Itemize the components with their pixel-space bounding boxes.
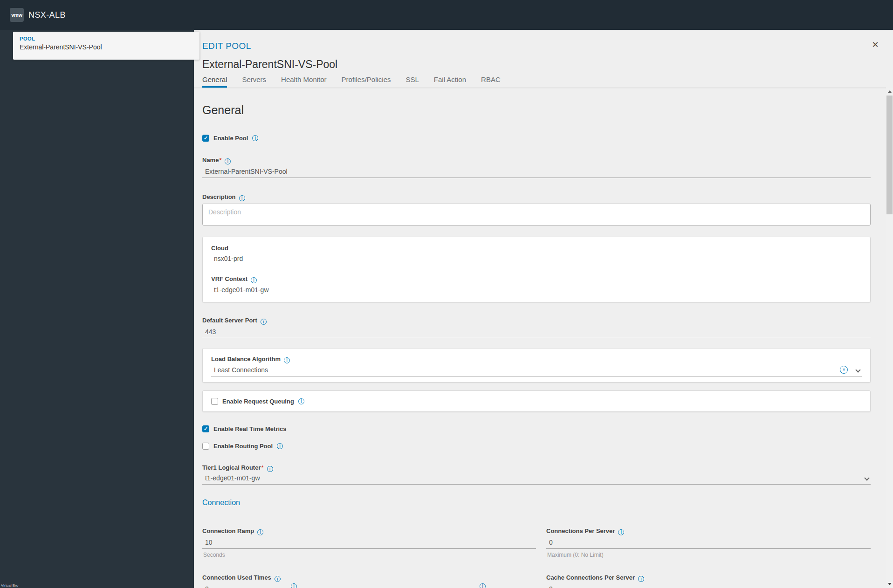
connection-ramp-label: Connection Ramp (202, 527, 254, 534)
breadcrumb-pool-name: External-ParentSNI-VS-Pool (20, 43, 193, 51)
info-icon[interactable] (252, 135, 258, 141)
close-icon[interactable] (870, 39, 881, 50)
info-icon[interactable] (298, 398, 304, 404)
cloud-value: nsx01-prd (211, 255, 862, 262)
tab-ssl[interactable]: SSL (405, 75, 419, 88)
cache-connections-per-server-input[interactable] (546, 584, 871, 588)
info-icon[interactable] (225, 158, 231, 164)
scrollbar-thumb[interactable] (886, 96, 893, 214)
chevron-down-icon[interactable] (864, 475, 869, 480)
cloud-card: Cloud nsx01-prd VRF Context t1-edge01-m0… (202, 237, 871, 302)
edit-pool-dialog: EDIT POOL External-ParentSNI-VS-Pool Gen… (194, 30, 893, 588)
name-label: Name (202, 157, 219, 164)
info-icon[interactable] (239, 195, 245, 201)
tab-health-monitor[interactable]: Health Monitor (281, 75, 327, 88)
enable-pool-row: ✓ Enable Pool (202, 135, 871, 142)
tab-label: Profiles/Policies (342, 75, 391, 83)
load-balance-algorithm-value: Least Connections (211, 366, 840, 374)
tab-general[interactable]: General (202, 75, 227, 88)
load-balance-algorithm-select[interactable]: Least Connections (211, 366, 862, 376)
enable-routing-pool-row: ✓ Enable Routing Pool (202, 443, 871, 450)
breadcrumb-type-label: POOL (20, 36, 193, 41)
description-field-group: Description (202, 192, 871, 226)
top-navbar: vmw NSX-ALB (0, 0, 893, 30)
breadcrumb[interactable]: POOL External-ParentSNI-VS-Pool (13, 32, 199, 60)
tab-label: SSL (405, 75, 419, 83)
connection-ramp-input[interactable] (202, 537, 536, 549)
name-input[interactable] (202, 166, 871, 178)
tab-label: Servers (242, 75, 266, 83)
tab-label: General (202, 75, 227, 83)
checkmark-icon: ✓ (204, 136, 208, 141)
section-heading-connection: Connection (202, 499, 871, 507)
default-server-port-label: Default Server Port (202, 317, 257, 324)
vrf-context-label: VRF Context (211, 275, 247, 282)
connections-per-server-group: Connections Per Server Maximum (0: No Li… (546, 526, 871, 558)
info-icon[interactable] (277, 443, 283, 449)
cache-connections-per-server-group: Cache Connections Per Server Maximum (0:… (546, 573, 871, 588)
info-icon[interactable] (267, 466, 273, 472)
form-scroll-area: General ✓ Enable Pool Name Description C… (194, 88, 886, 588)
tier1-logical-router-select[interactable]: t1-edge01-m01-gw (202, 474, 871, 485)
tab-bar: General Servers Health Monitor Profiles/… (194, 75, 893, 88)
connection-used-times-group: Connection Used Times Maximum (0: Unlimi… (202, 573, 536, 588)
info-icon[interactable] (480, 583, 486, 588)
enable-real-time-metrics-checkbox[interactable]: ✓ (202, 425, 209, 432)
name-field-group: Name (202, 156, 871, 178)
connection-ramp-helper: Seconds (202, 552, 536, 558)
cloud-label: Cloud (211, 245, 228, 252)
enable-routing-pool-checkbox[interactable]: ✓ (202, 443, 209, 450)
tab-profiles-policies[interactable]: Profiles/Policies (342, 75, 391, 88)
default-server-port-input[interactable] (202, 327, 871, 338)
dialog-header: EDIT POOL (202, 41, 893, 51)
connection-used-times-input[interactable] (202, 584, 536, 588)
load-balance-algorithm-label: Load Balance Algorithm (211, 356, 281, 362)
connection-ramp-group: Connection Ramp Seconds (202, 526, 536, 558)
clear-selection-icon[interactable] (840, 366, 848, 374)
required-asterisk (219, 156, 221, 164)
tab-label: Fail Action (434, 75, 466, 83)
info-icon[interactable] (618, 529, 624, 535)
vrf-context-value: t1-edge01-m01-gw (211, 286, 862, 294)
scrollbar-up-arrow-icon[interactable] (886, 88, 893, 95)
tab-label: RBAC (481, 75, 501, 83)
info-icon[interactable] (275, 576, 281, 582)
info-icon[interactable] (251, 277, 257, 283)
info-icon[interactable] (638, 576, 644, 582)
info-icon[interactable] (261, 319, 267, 325)
connections-per-server-input[interactable] (546, 537, 871, 549)
enable-pool-checkbox[interactable]: ✓ (202, 135, 209, 142)
info-icon[interactable] (291, 583, 297, 588)
tier1-logical-router-value: t1-edge01-m01-gw (202, 474, 857, 482)
enable-request-queuing-card: ✓ Enable Request Queuing (202, 390, 871, 412)
tab-servers[interactable]: Servers (242, 75, 266, 88)
tab-rbac[interactable]: RBAC (481, 75, 501, 88)
chevron-down-icon[interactable] (855, 367, 860, 372)
enable-request-queuing-label: Enable Request Queuing (222, 398, 294, 405)
tab-label: Health Monitor (281, 75, 327, 83)
cache-connections-per-server-label: Cache Connections Per Server (546, 574, 635, 581)
connections-per-server-label: Connections Per Server (546, 527, 615, 534)
scrollbar-down-arrow-icon[interactable] (886, 581, 893, 588)
connection-used-times-label: Connection Used Times (202, 574, 271, 581)
enable-real-time-metrics-label: Enable Real Time Metrics (213, 425, 287, 432)
browser-status-text: Virtual Bro (1, 583, 18, 588)
tier1-logical-router-group: Tier1 Logical Router t1-edge01-m01-gw (202, 463, 871, 485)
connections-per-server-helper: Maximum (0: No Limit) (546, 552, 871, 558)
info-icon[interactable] (284, 357, 290, 363)
vmware-logo-icon: vmw (10, 8, 24, 22)
tab-fail-action[interactable]: Fail Action (434, 75, 466, 88)
vertical-scrollbar[interactable] (886, 88, 893, 588)
info-icon[interactable] (257, 529, 263, 535)
checkmark-icon: ✓ (204, 426, 208, 431)
required-asterisk (261, 463, 263, 471)
enable-real-time-metrics-row: ✓ Enable Real Time Metrics (202, 425, 871, 432)
description-label: Description (202, 193, 236, 200)
app-title: NSX-ALB (28, 10, 66, 20)
description-textarea[interactable] (202, 204, 871, 226)
load-balance-algorithm-card: Load Balance Algorithm Least Connections (202, 348, 871, 383)
enable-routing-pool-label: Enable Routing Pool (213, 443, 273, 450)
page-title: External-ParentSNI-VS-Pool (202, 58, 893, 71)
enable-request-queuing-checkbox[interactable]: ✓ (211, 398, 218, 405)
connection-fields-grid: Connection Ramp Seconds Connections Per … (202, 526, 871, 588)
